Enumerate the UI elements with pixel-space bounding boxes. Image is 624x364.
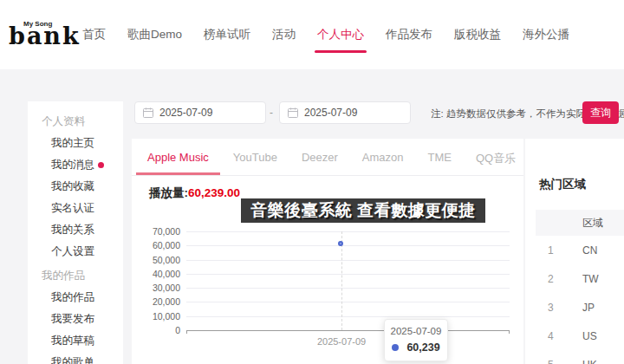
sidebar-item-my-works[interactable]: 我的作品 — [28, 287, 123, 309]
nav-item-publish[interactable]: 作品发布 — [386, 27, 432, 42]
sidebar-item-personal-settings[interactable]: 个人设置 — [28, 241, 123, 263]
y-axis-tick: 10,000 — [128, 311, 180, 322]
brand-tagline: My Song — [23, 20, 52, 28]
active-tab-underline — [136, 172, 220, 175]
sidebar-item-my-favorites[interactable]: 我的收藏 — [28, 176, 123, 198]
sidebar-item-publish-work[interactable]: 我要发布 — [28, 309, 123, 330]
date-to-input[interactable]: 2025-07-09 — [279, 101, 411, 124]
tooltip-date: 2025-07-09 — [390, 326, 442, 336]
table-row: 3 JP — [536, 293, 624, 322]
tab-label: Apple Music — [147, 151, 209, 164]
table-row: 4 US — [536, 322, 624, 350]
active-nav-underline — [315, 50, 367, 53]
date-to-value: 2025-07-09 — [304, 107, 357, 119]
rank-cell: 1 — [536, 244, 582, 257]
sidebar-item-label: 我的消息 — [51, 159, 94, 171]
main-nav: 首页 歌曲Demo 榜单试听 活动 个人中心 作品发布 版税收益 海外公播 — [82, 0, 569, 69]
series-dot-icon — [392, 344, 399, 351]
brand-logo[interactable]: My Song bank — [9, 19, 83, 54]
rank-cell: 3 — [536, 302, 582, 314]
region-cell: JP — [582, 302, 595, 314]
nav-item-song-demo[interactable]: 歌曲Demo — [127, 27, 182, 42]
trend-line-chart: 70,000 60,000 50,000 40,000 30,000 20,00… — [186, 231, 510, 330]
plays-label: 播放量: — [149, 186, 188, 199]
x-axis-line: 0 — [186, 330, 510, 331]
sidebar-item-real-name-auth[interactable]: 实名认证 — [28, 198, 123, 219]
sidebar-section-profile: 个人资料 — [28, 110, 123, 133]
sidebar-item-my-drafts[interactable]: 我的草稿 — [28, 330, 123, 352]
sidebar-section-works: 我的作品 — [28, 264, 123, 287]
nav-item-royalty[interactable]: 版税收益 — [454, 27, 501, 42]
region-cell: UK — [582, 359, 597, 364]
hot-regions-table: 区域 1 CN 2 TW 3 JP 4 US 5 UK — [536, 210, 624, 364]
y-axis-tick: 70,000 — [128, 226, 180, 237]
top-header: My Song bank 首页 歌曲Demo 榜单试听 活动 个人中心 作品发布… — [0, 0, 624, 69]
nav-item-activity[interactable]: 活动 — [272, 27, 296, 42]
sidebar-item-my-playlists[interactable]: 我的歌单 — [28, 352, 123, 364]
sidebar-item-my-relations[interactable]: 我的关系 — [28, 219, 123, 241]
y-axis-tick: 30,000 — [128, 283, 180, 293]
y-axis-tick: 50,000 — [128, 255, 180, 265]
query-button[interactable]: 查询 — [582, 101, 619, 124]
sidebar-item-my-homepage[interactable]: 我的主页 — [28, 133, 123, 154]
y-axis-tick: 40,000 — [128, 269, 180, 279]
nav-item-overseas[interactable]: 海外公播 — [523, 27, 569, 42]
sidebar: 个人资料 我的主页 我的消息 我的收藏 实名认证 我的关系 个人设置 我的作品 … — [28, 101, 123, 364]
region-cell: TW — [582, 273, 599, 285]
gridline: 20,000 — [186, 302, 510, 302]
gridline: 60,000 — [186, 245, 510, 246]
tooltip-value: 60,239 — [406, 341, 439, 354]
plays-value: 60,239.00 — [188, 186, 240, 199]
calendar-icon — [143, 107, 153, 118]
hover-guide-dashed-line — [341, 231, 342, 330]
chart-data-point[interactable] — [338, 241, 343, 246]
y-axis-tick: 0 — [128, 325, 180, 335]
unread-badge-dot — [98, 162, 104, 168]
trend-panel: Apple Music YouTube Deezer Amazon TME QQ… — [132, 139, 523, 364]
gridline: 70,000 — [186, 231, 510, 232]
chart-tooltip: 2025-07-09 60,239 — [384, 319, 448, 361]
table-row: 2 TW — [536, 264, 624, 293]
date-range-separator: - — [270, 107, 273, 119]
nav-item-label: 个人中心 — [317, 28, 364, 41]
gridline: 40,000 — [186, 274, 510, 275]
date-from-value: 2025-07-09 — [159, 107, 212, 119]
tab-deezer[interactable]: Deezer — [289, 139, 350, 175]
tab-apple-music[interactable]: Apple Music — [135, 139, 221, 175]
rank-cell: 4 — [536, 330, 582, 342]
gridline: 30,000 — [186, 288, 510, 289]
y-axis-tick: 60,000 — [128, 240, 180, 250]
gridline: 50,000 — [186, 260, 510, 261]
table-row: 5 UK — [536, 350, 624, 364]
table-row: 1 CN — [536, 236, 624, 264]
video-subtitle-overlay: 音樂後臺系統 查看數據更便捷 — [241, 198, 485, 223]
x-axis-label: 2025-07-09 — [310, 336, 373, 347]
tab-amazon[interactable]: Amazon — [350, 139, 416, 175]
hot-regions-panel: 热门区域 区域 1 CN 2 TW 3 JP 4 US 5 UK — [525, 139, 624, 364]
tab-tme[interactable]: TME — [416, 139, 464, 175]
y-axis-tick: 20,000 — [128, 296, 180, 307]
table-header-row: 区域 — [536, 210, 624, 236]
tab-qq-music[interactable]: QQ音乐 — [464, 139, 523, 175]
nav-item-chart-listen[interactable]: 榜单试听 — [204, 27, 250, 42]
region-column-header: 区域 — [582, 216, 603, 231]
date-from-input[interactable]: 2025-07-09 — [134, 101, 266, 124]
region-cell: CN — [582, 244, 597, 257]
sidebar-item-my-messages[interactable]: 我的消息 — [28, 154, 123, 176]
axis-end-tick — [186, 330, 187, 334]
calendar-icon — [288, 107, 298, 118]
rank-cell: 2 — [536, 273, 582, 285]
rank-cell: 5 — [536, 359, 582, 364]
region-cell: US — [582, 330, 597, 342]
gridline: 10,000 — [186, 316, 510, 317]
axis-end-tick — [509, 330, 510, 334]
nav-item-home[interactable]: 首页 — [82, 27, 106, 42]
hot-regions-title: 热门区域 — [539, 177, 624, 192]
platform-tabs: Apple Music YouTube Deezer Amazon TME QQ… — [132, 139, 523, 176]
nav-item-personal-center[interactable]: 个人中心 — [317, 27, 364, 42]
tab-youtube[interactable]: YouTube — [221, 139, 289, 175]
